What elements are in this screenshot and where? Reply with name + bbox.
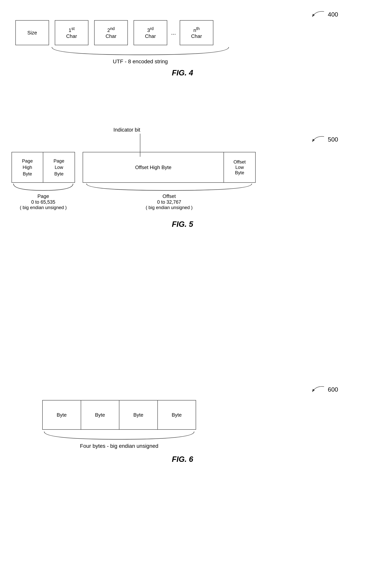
fig4-size-box: Size [15, 20, 49, 45]
fig5-offset-low-box: Offset Low Byte [224, 152, 256, 183]
fig5-offset-high-box: Offset High Byte [83, 152, 224, 183]
fig4-size-label: Size [27, 30, 37, 36]
fig4-section: 400 Size 1stChar 2ndChar 3rdChar ... [0, 8, 365, 77]
fig4-arrow-icon [311, 10, 326, 19]
fig5-title: FIG. 5 [172, 220, 193, 228]
fig4-char1-sup: st [71, 26, 75, 31]
fig4-char1-box: 1stChar [55, 20, 88, 45]
fig5-offset-range: 0 to 32,767 [146, 199, 193, 205]
fig6-byte1-box: Byte [43, 401, 81, 429]
fig6-byte3-box: Byte [119, 401, 158, 429]
fig5-page-low-label: Page Low Byte [53, 158, 64, 177]
fig5-left-brace-icon [12, 183, 75, 192]
fig5-page-low-box: Page Low Byte [43, 152, 75, 183]
fig6-title: FIG. 6 [172, 455, 193, 463]
fig4-ellipsis: ... [171, 29, 176, 36]
fig5-offset-low-label: Offset Low Byte [233, 159, 246, 175]
fig5-right-boxes: Offset High Byte Offset Low Byte [83, 152, 256, 183]
fig6-byte1-label: Byte [57, 412, 67, 418]
fig4-ref-number: 400 [328, 11, 338, 18]
fig5-offset-endian: ( big endian unsigned ) [146, 205, 193, 210]
fig6-brace-label: Four bytes - big endian unsigned [80, 443, 158, 449]
fig4-title: FIG. 4 [172, 68, 193, 77]
fig4-brace-icon [50, 46, 231, 57]
fig5-right-group: Offset High Byte Offset Low Byte Offset … [83, 152, 256, 210]
fig4-char1-label: 1stChar [66, 26, 77, 39]
fig6-byte2-label: Byte [95, 412, 105, 418]
fig5-page-endian: ( big endian unsigned ) [20, 205, 67, 210]
fig5-ref-number: 500 [328, 136, 338, 143]
fig6-ref-number: 600 [328, 386, 338, 393]
fig4-charn-label: nthChar [191, 26, 202, 39]
fig6-byte4-box: Byte [158, 401, 196, 429]
fig5-page-high-label: Page High Byte [22, 158, 33, 177]
fig5-left-boxes: Page High Byte Page Low Byte [12, 152, 75, 183]
fig5-indicator-label: Indicator bit [113, 127, 140, 133]
fig5-left-group: Page High Byte Page Low Byte Page 0 to 6… [12, 152, 75, 210]
fig6-byte4-label: Byte [172, 412, 182, 418]
fig4-char2-label: 2ndChar [105, 26, 116, 39]
fig4-char3-sup: rd [150, 26, 154, 31]
fig6-brace-icon [42, 431, 196, 441]
fig5-section: Indicator bit 500 Page High By [0, 123, 365, 229]
fig5-page-high-box: Page High Byte [12, 152, 43, 183]
fig5-page-label: Page [20, 193, 67, 199]
fig4-charn-box: nthChar [180, 20, 213, 45]
fig5-offset-high-label: Offset High Byte [135, 165, 171, 170]
fig4-char3-label: 3rdChar [145, 26, 156, 39]
fig5-indicator-line [140, 134, 140, 157]
fig6-byte3-label: Byte [133, 412, 143, 418]
fig4-brace-label: UTF - 8 encoded string [113, 58, 168, 65]
fig6-arrow-icon [311, 385, 326, 394]
fig5-offset-label: Offset [146, 193, 193, 199]
page-container: 400 Size 1stChar 2ndChar 3rdChar ... [0, 0, 365, 588]
fig6-byte2-box: Byte [81, 401, 119, 429]
fig4-char2-sup: nd [110, 26, 115, 31]
fig5-page-range: 0 to 65,535 [20, 199, 67, 205]
fig5-right-brace-icon [84, 183, 254, 192]
fig4-char3-box: 3rdChar [133, 20, 167, 45]
fig4-char2-box: 2ndChar [94, 20, 128, 45]
fig6-boxes-row: Byte Byte Byte Byte [42, 400, 196, 430]
fig6-section: 600 Byte Byte Byte Byte Four bytes [0, 381, 365, 464]
fig5-arrow-icon [311, 135, 326, 144]
fig4-charn-sup: th [196, 26, 200, 31]
